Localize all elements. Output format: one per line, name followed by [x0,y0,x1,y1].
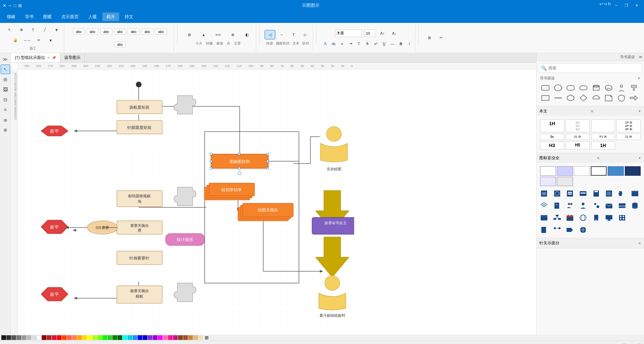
color-swatch-37[interactable] [183,335,188,340]
redo-icon[interactable]: ↪ [604,2,607,9]
italic-btn[interactable]: I [406,40,413,47]
shape-shield[interactable] [616,93,627,103]
menu-item-4[interactable]: 贞示面页 [57,12,83,21]
more2-btn[interactable]: ▼ [45,36,56,45]
color-swatch-17[interactable] [82,335,87,340]
icon-document-blue[interactable] [552,201,563,210]
tab-active[interactable]: (†) 型组比示面位 ✕ 📌 [11,53,60,62]
undo-icon[interactable]: ↩ [600,2,603,9]
color-swatch-35[interactable] [173,335,178,340]
diagram-svg[interactable]: 袋检显矩前 针膜圆显矩前 龄平 [18,69,354,332]
color-swatch-33[interactable] [163,335,168,340]
color-swatch-6[interactable] [27,335,31,340]
shape-category-header[interactable]: 导书渠设 ▼ [539,75,642,82]
color-swatch-12[interactable] [57,335,62,340]
expand-btn[interactable]: ⟺ [211,30,225,39]
highlight-btn[interactable]: ds [330,40,337,47]
shape-yes-no[interactable]: yes [603,83,614,93]
color-swatch-20[interactable] [97,335,102,340]
text-style-11[interactable]: 1H [591,141,615,149]
color-swatch-24[interactable] [117,335,122,340]
shape-styles-header[interactable]: 图标姿业全 ✕ ▼ [537,153,644,163]
color-swatch-8[interactable] [37,335,41,340]
icon-db[interactable] [630,201,640,210]
style-pill-8[interactable]: abc [114,41,126,47]
text-section-header[interactable]: 本文 ✕ ▼ [537,106,644,116]
merge-btn[interactable]: ⊕ [226,30,239,39]
close-icon[interactable]: ✕ [3,3,6,8]
bottom-section-close[interactable]: ✕ [638,241,641,246]
icon-browser[interactable] [539,213,549,222]
refresh-icon[interactable]: ↻ [608,2,611,9]
color-swatch-25[interactable] [123,335,127,340]
icon-connect-people[interactable] [552,225,563,235]
color-swatch-5[interactable] [22,335,26,340]
style-light-fade[interactable] [540,177,556,186]
shape-wave-rect[interactable] [540,93,551,103]
color-swatch-22[interactable] [107,335,112,340]
shape-actor[interactable] [616,83,627,93]
color-swatch-26[interactable] [128,335,132,340]
color-swatch-19[interactable] [92,335,97,340]
pointer-tool-btn[interactable]: ↖ [1,65,10,74]
color-swatch-18[interactable] [87,335,92,340]
icon-doc2[interactable] [539,225,549,235]
style-pill-6[interactable]: abc [141,29,154,35]
bottom-section-header[interactable]: 针关示面分 ✕ [537,238,644,248]
size-btn[interactable]: ⊞ [182,30,196,39]
line-tool-btn[interactable]: ╱ [39,25,50,35]
icon-globe[interactable] [578,213,588,222]
shape-arrow[interactable] [629,93,639,103]
color-swatch-16[interactable] [77,335,82,340]
shapes-panel-btn[interactable]: ⊞ [1,75,10,84]
color-swatch-1[interactable] [1,335,6,340]
color-swatch-36[interactable] [178,335,183,340]
color-swatch-7[interactable] [32,335,36,340]
lock-btn[interactable]: 🔒 [10,36,21,45]
text-style-1[interactable]: 1H [540,119,564,132]
text-style-10[interactable]: H5 [566,141,590,149]
color-swatch-38[interactable] [188,335,193,340]
position-btn[interactable]: ◧ [240,30,254,39]
shape-line[interactable] [553,93,564,103]
icon-card[interactable] [578,189,588,198]
color-swatch-28[interactable] [138,335,142,340]
strikethrough-btn[interactable]: S̶ [364,40,371,47]
style-dashed[interactable] [574,166,590,176]
menu-item-7[interactable]: 持文 [121,12,137,21]
shape-circle[interactable] [553,83,564,93]
shape-cylinder[interactable] [591,83,602,93]
icon-people[interactable] [565,201,575,210]
shape-stadium[interactable] [578,83,589,93]
text-section-close[interactable]: ✕ [590,109,594,114]
color-swatch-4[interactable] [16,335,21,340]
color-swatch-9[interactable] [42,335,46,340]
tab-inactive[interactable]: 设导图示 [60,53,85,62]
style-pill-1[interactable]: abc [73,29,85,35]
text-style-2[interactable]: 2zt3zt4zt [566,119,590,132]
style-pill-7[interactable]: abc [155,29,167,35]
data-panel-btn[interactable]: ≡ [1,105,10,114]
action1-btn[interactable]: ⊞ [424,33,435,43]
tab-close-btn[interactable]: ✕ [47,56,50,60]
win-restore-btn[interactable]: ❐ [622,2,631,9]
icon-video[interactable] [565,225,575,235]
text-style-8[interactable]: 21 9t [616,134,641,140]
icon-person-single[interactable] [578,201,588,210]
color-swatch-34[interactable] [168,335,173,340]
text-style-5[interactable]: 9e [540,134,564,140]
icon-puzzle-blue[interactable] [617,189,628,198]
font-size-down-btn[interactable]: A↓ [389,29,400,38]
icon-globe2[interactable] [578,225,588,235]
chart-panel-btn[interactable]: ≣ [1,115,10,125]
superscript-btn[interactable]: x² [372,40,379,47]
shape-diamond[interactable] [578,93,589,103]
color-swatch-39[interactable] [193,335,198,340]
dash-btn[interactable]: ─ ─ [22,36,33,45]
line-btn[interactable]: — [389,40,396,47]
right-panel-scroll[interactable]: 本文 ✕ ▼ 1H 2zt3zt4zt 1P 9t2P 9t3P 9t 9e 0… [537,106,644,335]
icon-report[interactable] [539,189,549,198]
menu-item-3[interactable]: 图暖 [39,12,56,21]
underline-btn[interactable]: U̲ [380,40,388,47]
color-swatch-11[interactable] [52,335,57,340]
